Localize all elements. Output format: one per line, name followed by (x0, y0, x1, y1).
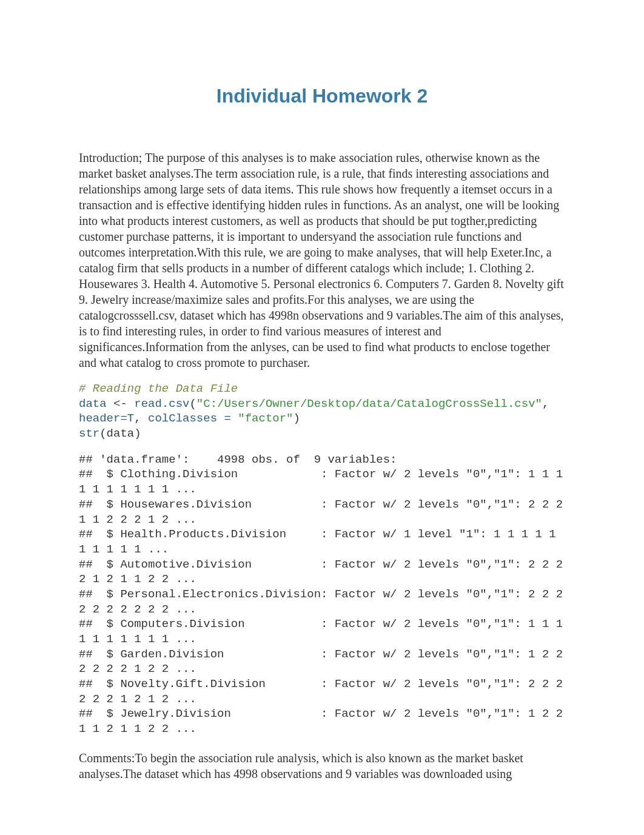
document-page: Individual Homework 2 Introduction; The … (0, 0, 644, 835)
code-function-str: str (79, 427, 99, 440)
code-sep: , (134, 412, 148, 425)
code-string: "C:/Users/Owner/Desktop/data/CatalogCros… (196, 397, 542, 411)
comments-paragraph: Comments:To begin the association rule a… (79, 750, 565, 782)
introduction-paragraph: Introduction; The purpose of this analys… (79, 150, 565, 371)
r-code-block: # Reading the Data File data <- read.csv… (79, 381, 565, 441)
code-identifier: data (79, 397, 113, 411)
code-paren: ( (189, 397, 196, 411)
r-output-block: ## 'data.frame': 4998 obs. of 9 variable… (79, 452, 565, 737)
code-function: read.csv (127, 397, 190, 411)
code-arg-colclasses: colClasses = (148, 412, 238, 425)
code-assign: <- (113, 397, 127, 411)
code-call-args: (data) (99, 427, 141, 440)
code-comment: # Reading the Data File (79, 382, 238, 395)
code-arg-header: header= (79, 412, 127, 425)
code-close-paren: ) (293, 412, 300, 425)
code-true: T (127, 412, 134, 425)
code-comma: , (542, 397, 556, 411)
code-string-factor: "factor" (238, 412, 293, 425)
page-title: Individual Homework 2 (79, 85, 565, 107)
